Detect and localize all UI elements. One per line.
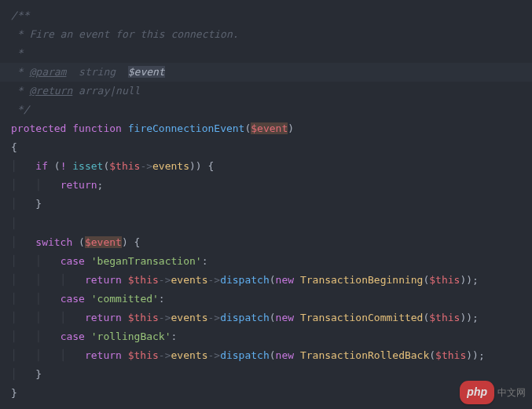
- doc-description: Fire an event for this connection.: [29, 28, 238, 40]
- watermark-pill: php: [460, 381, 494, 404]
- docblock-close: */: [11, 104, 29, 115]
- switch-line: │ switch ($event) {: [0, 233, 532, 252]
- return-dispatch-line: │ │ │ return $this->events->dispatch(new…: [0, 309, 532, 327]
- return-dispatch-line: │ │ │ return $this->events->dispatch(new…: [0, 346, 532, 365]
- return-dispatch-line: │ │ │ return $this->events->dispatch(new…: [0, 271, 532, 290]
- function-signature: protected function fireConnectionEvent($…: [0, 119, 532, 138]
- param-event: $event: [251, 122, 288, 134]
- doc-return-line: * @return array|null: [0, 82, 532, 100]
- code-editor: /** * Fire an event for this connection.…: [0, 6, 532, 403]
- switch-var: $event: [85, 236, 122, 248]
- doc-line: /**: [0, 6, 532, 25]
- case-line: │ │ case 'rollingBack':: [0, 327, 532, 346]
- blank-line: │: [0, 214, 532, 233]
- case-line: │ │ case 'beganTransaction':: [0, 252, 532, 271]
- watermark: php 中文网: [460, 381, 526, 404]
- return-tag: @return: [29, 85, 72, 97]
- if-line: │ if (! isset($this->events)) {: [0, 157, 532, 176]
- return-line: │ │ return;: [0, 176, 532, 195]
- brace-close: }: [0, 384, 532, 403]
- brace-close: │ }: [0, 365, 532, 384]
- doc-line: */: [0, 100, 532, 119]
- param-var: $event: [128, 66, 165, 78]
- param-tag: @param: [29, 66, 66, 78]
- case-line: │ │ case 'committed':: [0, 290, 532, 309]
- doc-line: * Fire an event for this connection.: [0, 25, 532, 44]
- function-name: fireConnectionEvent: [128, 122, 245, 134]
- brace-open: {: [0, 138, 532, 157]
- doc-param-line: * @param string $event: [0, 63, 532, 82]
- brace-close: │ }: [0, 195, 532, 214]
- doc-line: *: [0, 44, 532, 63]
- docblock-open: /**: [11, 9, 29, 21]
- watermark-text: 中文网: [497, 384, 526, 401]
